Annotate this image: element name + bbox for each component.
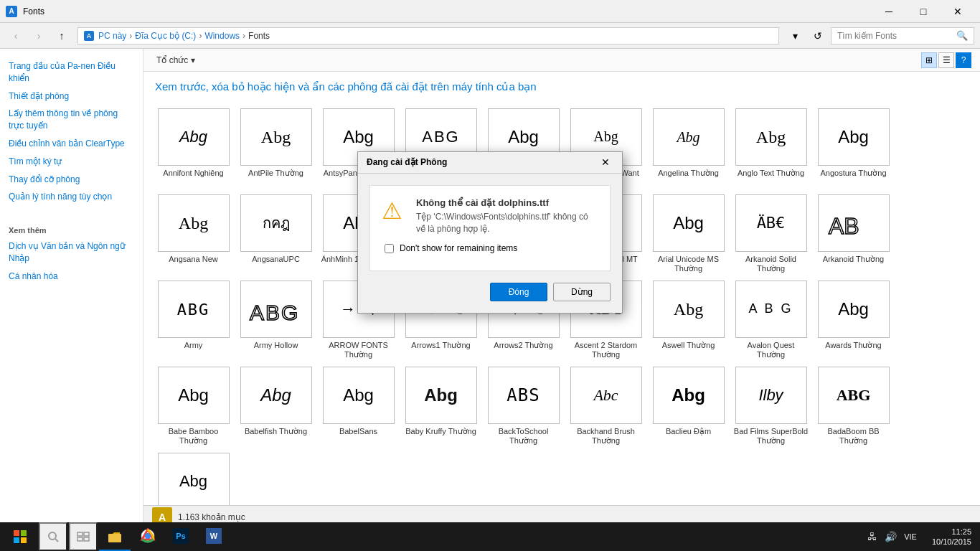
svg-point-6: [49, 532, 56, 540]
dialog-close-button[interactable]: Đóng: [490, 283, 547, 301]
dialog-box: Đang cài đặt Phông ✕ ⚠ Không thể cài đặt…: [357, 151, 623, 314]
word-icon: W: [206, 528, 222, 544]
dialog-overlay: Đang cài đặt Phông ✕ ⚠ Không thể cài đặt…: [0, 0, 980, 522]
language-icon[interactable]: VIE: [902, 532, 919, 541]
svg-point-15: [145, 533, 151, 539]
dialog-checkbox-row: Don't show for remaining items: [382, 243, 598, 253]
dont-show-checkbox[interactable]: [385, 244, 394, 253]
svg-rect-5: [21, 537, 27, 543]
taskbar-clock[interactable]: 11:25 10/10/2015: [926, 527, 977, 547]
dialog-content: ⚠ Không thể cài đặt dolphins.ttf Tệp 'C:…: [369, 185, 611, 272]
dialog-close-icon[interactable]: ✕: [598, 154, 613, 170]
search-icon: [47, 530, 60, 543]
dialog-error-body: Tệp 'C:\Windows\Fonts\dolphins.ttf' khôn…: [416, 211, 598, 235]
dialog-content-wrapper: ⚠ Không thể cài đặt dolphins.ttf Tệp 'C:…: [358, 174, 622, 314]
start-button[interactable]: [3, 522, 37, 551]
svg-rect-8: [77, 532, 83, 536]
taskbar: Ps W 🖧 🔊 VIE 11:25 10/10/2015: [0, 522, 980, 551]
svg-line-7: [55, 539, 58, 542]
svg-rect-4: [14, 537, 19, 543]
taskbar-word[interactable]: W: [198, 522, 230, 551]
taskbar-file-explorer[interactable]: [99, 522, 131, 551]
dialog-title: Đang cài đặt Phông: [367, 157, 447, 167]
taskbar-sys-tray: 🖧 🔊 VIE: [859, 522, 925, 551]
network-icon[interactable]: 🖧: [865, 531, 880, 542]
dont-show-label: Don't show for remaining items: [400, 243, 517, 253]
taskbar-photoshop[interactable]: Ps: [165, 522, 197, 551]
dialog-title-bar: Đang cài đặt Phông ✕: [358, 152, 622, 174]
dialog-stop-button[interactable]: Dừng: [553, 283, 611, 301]
svg-rect-12: [108, 534, 121, 542]
file-explorer-icon: [107, 528, 123, 544]
volume-icon[interactable]: 🔊: [882, 531, 899, 542]
chrome-icon: [140, 528, 156, 544]
dialog-header: ⚠ Không thể cài đặt dolphins.ttf Tệp 'C:…: [382, 197, 598, 235]
svg-rect-2: [14, 530, 19, 536]
svg-rect-9: [84, 532, 89, 536]
taskbar-chrome[interactable]: [132, 522, 164, 551]
svg-rect-10: [77, 537, 83, 541]
taskbar-task-view[interactable]: [69, 522, 98, 551]
dialog-text-block: Không thể cài đặt dolphins.ttf Tệp 'C:\W…: [416, 197, 598, 235]
windows-icon: [14, 530, 27, 543]
dialog-error-title: Không thể cài đặt dolphins.ttf: [416, 197, 598, 208]
svg-rect-3: [21, 530, 27, 536]
task-view-icon: [77, 530, 90, 543]
warning-icon: ⚠: [382, 197, 407, 225]
dialog-buttons: Đóng Dừng: [364, 277, 616, 307]
ps-icon: Ps: [173, 528, 189, 544]
svg-rect-11: [84, 537, 89, 541]
taskbar-search[interactable]: [39, 522, 67, 551]
